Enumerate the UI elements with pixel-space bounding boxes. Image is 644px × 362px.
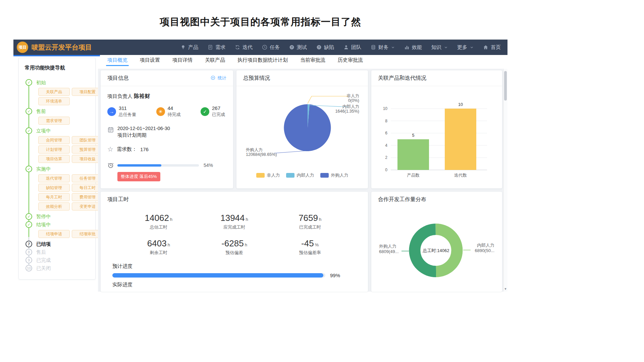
step-check-icon: ✓ <box>25 127 32 134</box>
nav-item-label: 需求 <box>215 44 225 51</box>
step-check-icon: ✓ <box>25 166 32 172</box>
question-circle-icon: ? <box>316 45 322 50</box>
pie-label-name: 外购人力 <box>246 147 263 152</box>
vertical-scrollbar[interactable] <box>503 69 507 292</box>
nav-item-10[interactable]: 知识 <box>427 40 452 55</box>
metric-unit: h <box>246 217 248 222</box>
arrow-right-circle-icon: → <box>107 107 116 116</box>
metric-label: 剩余工时 <box>121 250 197 256</box>
nav-item-1[interactable]: 产品 <box>176 40 203 55</box>
nav-item-11[interactable]: 更多 <box>452 40 478 55</box>
quick-link-button[interactable]: 项目估算 <box>38 155 70 163</box>
step-label: 暂停中 <box>36 214 51 220</box>
workload-card: 合作开发工作量分布 总工时:14062外购人力6809(49...内部人力689… <box>371 192 502 292</box>
stepper-step-1: ✓初始关联产品项目配置环境清单 <box>25 78 89 105</box>
metric-unit: h <box>168 242 170 247</box>
tab-2[interactable]: 项目设置 <box>140 57 160 68</box>
step-label: 初始 <box>36 79 46 86</box>
metric-label: 预估偏差 <box>197 250 272 256</box>
tab-7[interactable]: 历史审批流 <box>338 57 363 68</box>
bar-迭代数 <box>445 109 476 170</box>
step-label: 已结项 <box>36 241 51 247</box>
step-check-icon: ✓ <box>25 213 32 220</box>
quick-link-button[interactable]: 环境清单 <box>38 97 70 105</box>
stepper-step-10: 10已关闭 <box>25 264 89 272</box>
quick-link-button[interactable]: 结项申请 <box>38 230 70 238</box>
tab-4[interactable]: 关联产品 <box>205 57 225 68</box>
budget-pie-chart: 非人力0(0%)内部人力1646(1.35%)外购人力120684(98.65%… <box>236 86 368 168</box>
nav-item-4[interactable]: 任务 <box>257 40 284 55</box>
progress-label: 实际进度 <box>112 282 368 288</box>
progress-pct: 99% <box>330 273 340 278</box>
navbar-active-underline <box>13 55 100 56</box>
owner-label: 项目负责人 <box>107 93 132 99</box>
step-quick-links: 需求管理 <box>38 117 89 125</box>
step-number: 7 <box>25 241 32 247</box>
stepper-step-5: ✓暂停中 <box>25 213 89 221</box>
metric-label: 总估工时 <box>121 224 197 230</box>
step-quick-links: 迭代管理任务管理缺陷管理每日工时每月工时费用管理效能分析变更申请 <box>38 174 89 210</box>
y-tick-label: 0 <box>385 168 387 172</box>
quick-link-button[interactable]: 效能分析 <box>38 202 70 210</box>
stepper-step-6: ✓结项中结项申请结项审批 <box>25 221 89 238</box>
stat-value: 311 <box>119 105 136 111</box>
x-category-label: 迭代数 <box>454 173 467 178</box>
y-tick-label: 6 <box>385 131 387 135</box>
scrollbar-down-arrow-icon[interactable]: ▼ <box>503 287 507 292</box>
stepper-step-3: ✓立项中合同管理团队管理计划管理预算管理项目估算项目收益 <box>25 127 89 163</box>
tab-6[interactable]: 当前审批流 <box>300 57 325 68</box>
step-check-icon: ✓ <box>25 108 32 115</box>
product-iteration-card: 关联产品和迭代情况 02468105产品数10迭代数 <box>371 70 502 188</box>
tab-3[interactable]: 项目详情 <box>172 57 193 68</box>
period-range: 2020-12-01~2021-06-30 <box>117 126 170 131</box>
step-label: 立项中 <box>36 128 51 134</box>
iteration-icon <box>235 45 240 50</box>
nav-item-3[interactable]: 迭代 <box>230 40 257 55</box>
metric-label: 已完成工时 <box>272 224 348 230</box>
quick-link-button[interactable]: 合同管理 <box>38 136 70 144</box>
task-stat: →311总任务量 <box>107 105 136 118</box>
project-owner: 项目负责人 陈裕财 <box>107 93 226 100</box>
step-check-icon: ✓ <box>25 79 32 86</box>
legend-label: 内部人力 <box>297 172 314 178</box>
step-number: 8 <box>25 249 32 255</box>
quick-link-button[interactable]: 计划管理 <box>38 145 70 154</box>
metric-label: 预估偏差率 <box>272 250 348 256</box>
nav-item-7[interactable]: 团队 <box>339 40 366 55</box>
pie-label-value: 0(0%) <box>348 98 359 103</box>
quick-link-button[interactable]: 需求管理 <box>38 117 70 125</box>
tab-5[interactable]: 执行项目数据统计计划 <box>237 57 288 68</box>
svg-text:?: ? <box>318 46 320 49</box>
quick-link-button[interactable]: 迭代管理 <box>38 174 70 182</box>
y-tick-label: 4 <box>385 143 387 148</box>
check-circle-icon: ✓ <box>201 107 209 116</box>
quick-link-button[interactable]: 缺陷管理 <box>38 184 70 192</box>
nav-item-label: 团队 <box>351 44 361 51</box>
phase-stepper: ✓初始关联产品项目配置环境清单✓售前需求管理✓立项中合同管理团队管理计划管理预算… <box>25 78 89 272</box>
alarm-clock-icon <box>107 162 114 169</box>
metric-unit: h <box>319 217 321 222</box>
scrollbar-thumb[interactable] <box>504 71 507 101</box>
card-title-hours: 项目工时 <box>107 196 129 203</box>
nav-item-5[interactable]: ?测试 <box>284 40 312 55</box>
nav-item-9[interactable]: 效能 <box>399 40 427 55</box>
stat-label: 已完成 <box>212 112 225 118</box>
nav-item-2[interactable]: 需求 <box>203 40 230 55</box>
y-tick-label: 10 <box>383 106 388 111</box>
metric-unit: % <box>315 242 319 247</box>
quick-link-button[interactable]: 每月工时 <box>38 193 70 201</box>
stats-link[interactable]: 统计 <box>211 75 226 81</box>
quick-link-button[interactable]: 关联产品 <box>38 88 70 96</box>
legend-label: 非人力 <box>267 172 280 178</box>
chevron-down-icon <box>470 46 474 49</box>
project-logo-badge: 项目 <box>17 42 28 53</box>
nav-item-12[interactable]: 首页 <box>478 40 505 55</box>
metric-value: -45 <box>301 238 314 248</box>
tab-1[interactable]: 项目概览 <box>107 57 127 68</box>
nav-item-8[interactable]: 财务 <box>366 40 399 55</box>
hours-metric: 14062h总估工时 <box>121 213 197 230</box>
metric-value: 7659 <box>299 213 318 223</box>
nav-item-6[interactable]: ?缺陷 <box>312 40 339 55</box>
step-quick-links: 结项申请结项审批 <box>38 230 89 238</box>
nav-item-label: 缺陷 <box>324 44 334 51</box>
